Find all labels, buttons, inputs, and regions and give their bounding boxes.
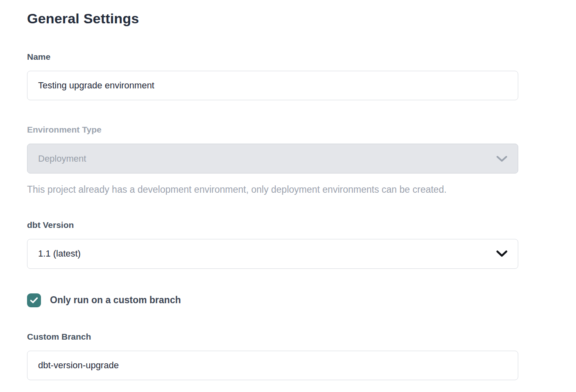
dbt-version-value: 1.1 (latest) <box>38 248 81 259</box>
custom-branch-checkbox-label[interactable]: Only run on a custom branch <box>50 295 181 306</box>
environment-type-value: Deployment <box>38 153 86 164</box>
name-label: Name <box>27 52 518 62</box>
name-input[interactable] <box>27 71 518 100</box>
environment-type-label: Environment Type <box>27 125 518 135</box>
name-field-group: Name <box>27 52 518 100</box>
custom-branch-label: Custom Branch <box>27 332 518 342</box>
dbt-version-label: dbt Version <box>27 220 518 230</box>
custom-branch-checkbox[interactable] <box>27 293 41 307</box>
check-icon <box>30 297 38 304</box>
dbt-version-field-group: dbt Version 1.1 (latest) <box>27 220 518 269</box>
custom-branch-input[interactable] <box>27 351 518 380</box>
page-title: General Settings <box>27 11 518 27</box>
general-settings-form: General Settings Name Environment Type D… <box>0 0 518 380</box>
custom-branch-toggle-row: Only run on a custom branch <box>27 293 518 307</box>
environment-type-helper-text: This project already has a development e… <box>27 184 518 196</box>
custom-branch-field-group: Custom Branch <box>27 332 518 380</box>
dbt-version-select[interactable]: 1.1 (latest) <box>27 239 518 269</box>
environment-type-select: Deployment <box>27 144 518 173</box>
environment-type-field-group: Environment Type Deployment This project… <box>27 125 518 196</box>
